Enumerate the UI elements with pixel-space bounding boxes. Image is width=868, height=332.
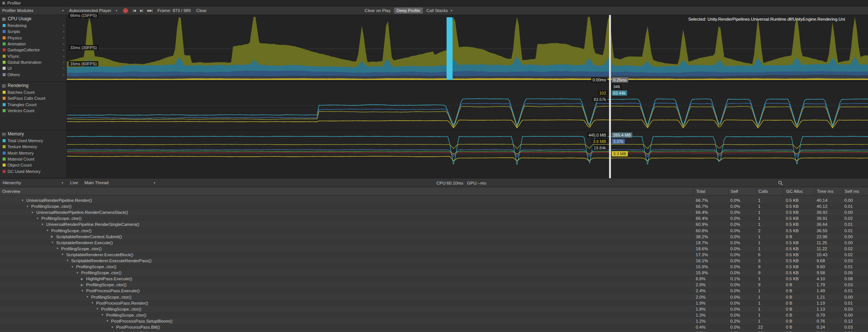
thread-dropdown[interactable]: Main Thread ▼ [82,179,159,187]
foldout-expanded-icon[interactable]: ▼ [81,289,86,293]
profiler-modules-dropdown[interactable]: Profiler Modules ▼ [0,6,67,15]
table-row[interactable]: ▼ProfilingScope..ctor()1.3%0.0%10 B0.790… [0,312,868,318]
legend-item-batches-count[interactable]: Batches Count [0,89,66,95]
column-header-calls[interactable]: Calls [756,187,784,195]
column-header-gc-alloc[interactable]: GC Alloc [784,187,814,195]
foldout-expanded-icon[interactable]: ▼ [86,295,91,299]
foldout-expanded-icon[interactable]: ▼ [111,326,116,329]
module-header-rendering[interactable]: ▧Rendering [0,82,66,89]
foldout-expanded-icon[interactable]: ▼ [91,301,96,305]
table-row[interactable]: ▼ProfilingScope..ctor()60.8%0.0%20.5 KB3… [0,227,868,233]
legend-item-gc-used-memory[interactable]: GC Used Memory [0,168,66,174]
col-self: 0.0% [728,252,756,257]
next-frame-button[interactable]: ▶| [138,6,145,15]
foldout-collapsed-icon[interactable]: ▶ [81,277,86,281]
col-self: 0.0% [728,301,756,305]
table-row[interactable]: ▼PostProcessPass.Render()1.9%0.0%10 B1.1… [0,300,868,306]
foldout-expanded-icon[interactable]: ▼ [66,259,71,262]
clear-on-play-button[interactable]: Clear on Play [362,6,393,15]
table-row[interactable]: ▼ScriptableRenderer.ExecuteRenderPass()1… [0,258,868,264]
column-header-self-ms[interactable]: Self ms [842,187,868,195]
table-row[interactable]: ▼PostProcessPass.SetupBloom()1.2%0.2%10 … [0,318,868,324]
record-button[interactable] [120,6,131,15]
column-header-total[interactable]: Total [693,187,728,195]
table-row[interactable]: ▼UniversalRenderPipeline.RenderSingleCam… [0,221,868,227]
rendering-chart[interactable] [67,82,868,130]
table-row[interactable]: ▼ScriptableRenderer.Execute()18.7%0.0%10… [0,240,868,246]
legend-item-garbagecollector[interactable]: GarbageCollector≡ [0,47,66,53]
legend-item-texture-memory[interactable]: Texture Memory [0,144,66,150]
foldout-expanded-icon[interactable]: ▼ [21,199,26,202]
legend-item-vsync[interactable]: VSync≡ [0,53,66,59]
legend-item-mesh-memory[interactable]: Mesh Memory [0,150,66,156]
memory-chart[interactable] [67,130,868,178]
live-toggle[interactable]: Live [67,179,82,187]
module-header-cpu-usage[interactable]: ▦CPU Usage [0,15,66,23]
table-row[interactable]: ▼ProfilingScope..ctor()15.9%0.0%90.5 KB9… [0,264,868,270]
cpu-usage-chart[interactable] [67,15,868,82]
foldout-expanded-icon[interactable]: ▼ [56,247,61,250]
legend-item-object-count[interactable]: Object Count [0,162,66,168]
table-row[interactable]: ▼ProfilingScope..ctor()15.9%0.0%90.5 KB9… [0,270,868,276]
foldout-expanded-icon[interactable]: ▼ [36,217,41,220]
foldout-expanded-icon[interactable]: ▼ [26,205,31,208]
table-row[interactable]: ▼PostProcessPass.Blit()0.4%0.0%220 B0.24… [0,324,868,330]
prev-frame-button[interactable]: |◀ [131,6,138,15]
column-header-self[interactable]: Self [728,187,756,195]
legend-item-ui[interactable]: UI≡ [0,65,66,71]
legend-item-global-illumination[interactable]: Global Illumination≡ [0,59,66,65]
legend-item-material-count[interactable]: Material Count [0,156,66,162]
table-row[interactable]: ▼ProfilingScope..ctor()2.0%0.0%10 B1.210… [0,294,868,300]
value-chip: 445.0 MB [587,132,608,138]
view-mode-dropdown[interactable]: Hierarchy ▼ [0,179,67,187]
legend-swatch [3,42,6,45]
module-header-memory[interactable]: ▤Memory [0,130,66,138]
table-row[interactable]: ▼ProfilingScope..ctor()1.8%0.0%10 B1.130… [0,306,868,312]
legend-item-triangles-count[interactable]: Triangles Count [0,102,66,108]
call-stacks-dropdown[interactable]: Call Stacks ▼ [424,6,455,15]
table-row[interactable]: ▶ScriptableRenderContext.Submit()38.2%0.… [0,234,868,240]
legend-item-setpass-calls-count[interactable]: SetPass Calls Count [0,95,66,101]
table-row[interactable]: ▼ScriptableRenderer.ExecuteBlock()17.3%0… [0,252,868,258]
table-row[interactable]: ▼ProfilingScope..ctor()18.6%0.0%10.5 KB1… [0,246,868,252]
view-mode-label: Hierarchy [3,180,21,185]
table-row[interactable]: ▶Graphics.Blit()0.2%0.0%220 B0.140.01 [0,330,868,332]
table-row[interactable]: ▼ProfilingScope..ctor()66.7%0.0%10.5 KB4… [0,203,868,209]
foldout-expanded-icon[interactable]: ▼ [71,265,76,269]
function-name: ScriptableRenderer.ExecuteBlock() [66,252,693,257]
foldout-expanded-icon[interactable]: ▼ [51,241,56,244]
clear-button[interactable]: Clear [194,6,209,15]
legend-item-others[interactable]: Others≡ [0,71,66,77]
foldout-expanded-icon[interactable]: ▼ [101,313,106,317]
foldout-expanded-icon[interactable]: ▼ [41,223,46,226]
deep-profile-toggle[interactable]: Deep Profile [394,8,423,14]
foldout-expanded-icon[interactable]: ▼ [96,307,101,311]
foldout-expanded-icon[interactable]: ▼ [106,319,111,323]
legend-item-physics[interactable]: Physics≡ [0,35,66,41]
value-chip: 3.3 MB [612,151,628,156]
table-row[interactable]: ▼UniversalRenderPipeline.RenderCameraSta… [0,209,868,215]
frame-selection-line[interactable] [609,15,611,178]
legend-item-rendering[interactable]: Rendering≡ [0,23,66,29]
legend-item-scripts[interactable]: Scripts≡ [0,29,66,35]
column-header-time-ms[interactable]: Time ms [814,187,842,195]
current-frame-button[interactable]: ▶▶| [145,6,155,15]
table-row[interactable]: ▼ProfilingScope..ctor()66.4%0.0%10.5 KB3… [0,215,868,221]
foldout-expanded-icon[interactable]: ▼ [76,271,81,275]
legend-item-total-used-memory[interactable]: Total Used Memory [0,138,66,144]
search-button[interactable] [778,180,783,186]
legend-item-animation[interactable]: Animation≡ [0,41,66,47]
foldout-expanded-icon[interactable]: ▼ [46,229,51,232]
foldout-collapsed-icon[interactable]: ▶ [81,283,86,287]
foldout-expanded-icon[interactable]: ▼ [61,253,66,256]
table-row[interactable]: ▶HighlightPass.Execute()6.8%0.1%10.5 KB4… [0,276,868,282]
table-row[interactable]: ▶ProfilingScope..ctor()2.9%0.0%90 B1.790… [0,282,868,288]
foldout-collapsed-icon[interactable]: ▶ [51,235,56,238]
column-header-overview[interactable]: Overview [0,189,693,194]
foldout-expanded-icon[interactable]: ▼ [31,211,36,214]
col-time-ms: 0.76 [814,319,842,323]
legend-item-vertices-count[interactable]: Vertices Count [0,108,66,114]
table-row[interactable]: ▼PostProcessPass.Execute()2.4%0.0%10 B1.… [0,288,868,294]
col-gc-alloc: 0.5 KB [784,216,814,221]
table-row[interactable]: ▼UniversalRenderPipeline.Render()66.7%0.… [0,197,868,203]
